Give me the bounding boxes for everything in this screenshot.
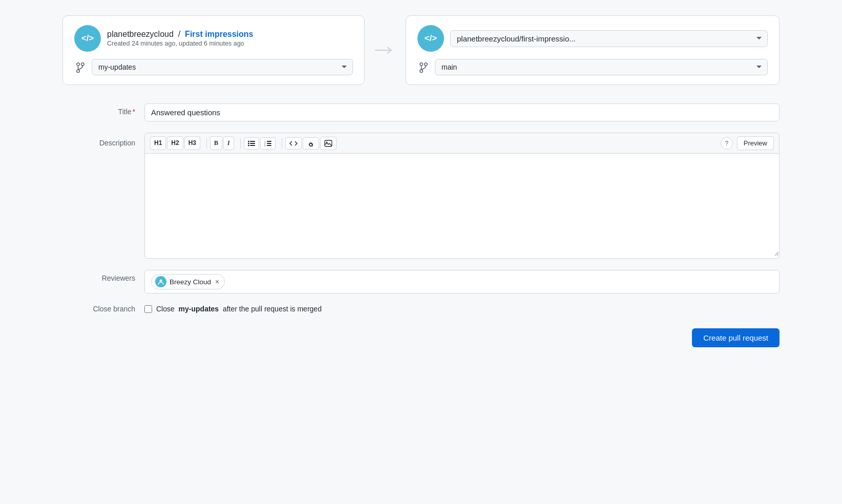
source-branch-select[interactable]: my-updates main develop [92, 59, 353, 75]
description-textarea[interactable] [145, 154, 779, 256]
svg-point-5 [425, 62, 428, 66]
description-row: Description H1 H2 H3 B I [62, 133, 780, 259]
toolbar-sep-1 [206, 138, 207, 149]
bold-button[interactable]: B [210, 136, 222, 150]
reviewer-avatar [155, 276, 166, 287]
reviewer-name: Breezy Cloud [170, 278, 211, 286]
close-branch-label: Close branch [62, 305, 144, 313]
h1-button[interactable]: H1 [150, 136, 166, 150]
reviewers-row: Reviewers Breezy Cloud × [62, 270, 780, 293]
source-branch-icon [74, 61, 87, 72]
title-label: Title* [62, 103, 144, 116]
submit-row: Create pull request [62, 328, 780, 347]
source-repo-card: </> planetbreezycloud / First impression… [62, 15, 365, 85]
h3-button[interactable]: H3 [184, 136, 200, 150]
reviewer-remove-button[interactable]: × [215, 278, 219, 285]
svg-rect-12 [250, 145, 255, 146]
source-repo-full-name: planetbreezycloud / First impressions [107, 30, 253, 39]
close-branch-checkbox[interactable] [144, 305, 152, 313]
target-repo-icon: </> [417, 25, 444, 52]
svg-rect-16 [267, 141, 271, 142]
h2-button[interactable]: H2 [167, 136, 183, 150]
svg-point-6 [420, 70, 423, 73]
insert-group [285, 137, 336, 150]
close-branch-control: Close my-updates after the pull request … [144, 305, 322, 313]
format-group: B I [210, 136, 234, 150]
toolbar-sep-2 [240, 138, 241, 149]
italic-button[interactable]: I [223, 136, 234, 150]
form-section: Title* Description H1 H2 H3 [62, 103, 780, 347]
svg-rect-17 [267, 143, 271, 144]
required-star: * [133, 108, 135, 116]
target-repo-card: </> planetbreezycloud/first-impressio... [406, 15, 780, 85]
svg-point-9 [248, 144, 249, 146]
svg-point-1 [81, 62, 85, 66]
svg-point-0 [77, 62, 80, 66]
source-repo-header: </> planetbreezycloud / First impression… [74, 25, 353, 52]
svg-point-2 [77, 70, 80, 73]
repo-row: </> planetbreezycloud / First impression… [62, 15, 780, 85]
source-repo-icon: </> [74, 25, 101, 52]
target-branch-select[interactable]: main develop my-updates [435, 59, 768, 75]
title-control-wrap [144, 103, 780, 121]
reviewers-label: Reviewers [62, 270, 144, 282]
svg-rect-10 [250, 141, 255, 142]
toolbar-sep-3 [282, 138, 282, 149]
title-input[interactable] [144, 103, 780, 121]
close-branch-bold: my-updates [179, 305, 219, 313]
image-button[interactable] [320, 137, 336, 150]
description-editor: H1 H2 H3 B I [144, 133, 780, 259]
close-branch-row: Close branch Close my-updates after the … [62, 305, 780, 313]
close-branch-text: Close my-updates after the pull request … [156, 305, 322, 313]
svg-rect-18 [267, 145, 271, 146]
help-button[interactable]: ? [721, 137, 733, 150]
page-container: </> planetbreezycloud / First impression… [62, 15, 780, 347]
source-repo-meta: Created 24 minutes ago, updated 6 minute… [107, 40, 253, 47]
heading-group: H1 H2 H3 [150, 136, 200, 150]
arrow-connector [365, 45, 406, 55]
link-button[interactable] [303, 137, 319, 150]
unordered-list-button[interactable] [244, 137, 259, 150]
target-repo-header: </> planetbreezycloud/first-impressio... [417, 25, 768, 52]
svg-rect-11 [250, 143, 255, 144]
target-repo-select[interactable]: planetbreezycloud/first-impressio... [450, 30, 768, 47]
svg-point-8 [248, 142, 249, 144]
source-branch-row: my-updates main develop [74, 59, 353, 75]
description-label: Description [62, 133, 144, 147]
reviewer-tag: Breezy Cloud × [151, 274, 225, 289]
code-button[interactable] [285, 137, 302, 150]
svg-point-21 [160, 280, 162, 282]
list-group: 1. 2. 3. [244, 137, 276, 150]
title-row: Title* [62, 103, 780, 121]
target-branch-row: main develop my-updates [417, 59, 768, 75]
svg-point-7 [248, 140, 249, 142]
reviewers-input[interactable]: Breezy Cloud × [144, 270, 780, 293]
create-pr-button[interactable]: Create pull request [692, 328, 780, 347]
target-branch-icon [417, 61, 430, 72]
preview-button[interactable]: Preview [737, 136, 774, 150]
source-repo-link[interactable]: First impressions [185, 30, 253, 38]
description-control-wrap: H1 H2 H3 B I [144, 133, 780, 259]
source-repo-name-block: planetbreezycloud / First impressions Cr… [107, 30, 253, 47]
ordered-list-button[interactable]: 1. 2. 3. [260, 137, 276, 150]
reviewers-control-wrap: Breezy Cloud × [144, 270, 780, 293]
svg-text:3.: 3. [264, 144, 266, 146]
svg-point-4 [420, 62, 423, 66]
editor-toolbar: H1 H2 H3 B I [145, 133, 779, 154]
